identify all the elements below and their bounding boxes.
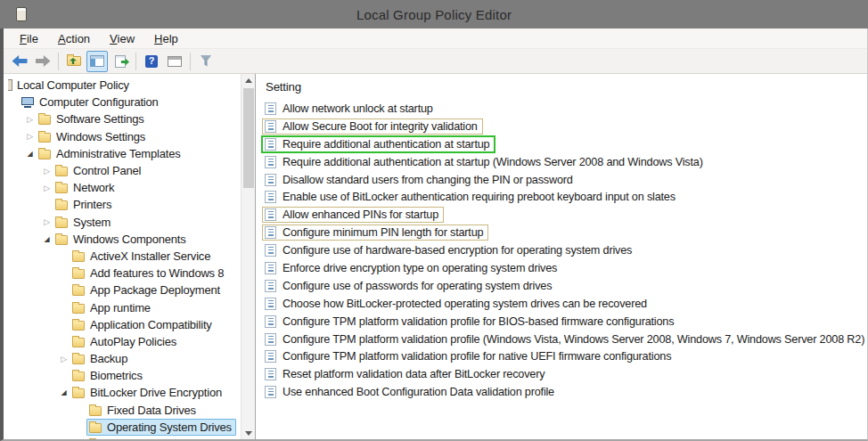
tree-item-autoplay-policies[interactable]: AutoPlay Policies bbox=[5, 333, 239, 350]
tree-item-administrative-templates[interactable]: ◢Administrative Templates bbox=[5, 145, 239, 162]
up-one-level-button[interactable] bbox=[63, 51, 85, 72]
tree-item-software-settings[interactable]: ▷Software Settings bbox=[5, 110, 239, 127]
menu-item-file[interactable]: File bbox=[10, 30, 48, 47]
show-console-tree-button[interactable] bbox=[86, 51, 108, 72]
tree-item-content[interactable]: Printers bbox=[53, 196, 116, 213]
menu-item-action[interactable]: Action bbox=[48, 30, 100, 47]
tree-item-content[interactable]: Local Computer Policy bbox=[5, 77, 134, 94]
tree-collapsed-arrow-icon[interactable]: ▷ bbox=[41, 167, 53, 176]
tree-expanded-arrow-icon[interactable]: ◢ bbox=[24, 150, 36, 158]
tree-item-label: Network bbox=[73, 181, 114, 194]
scrollbar-thumb[interactable] bbox=[243, 88, 254, 188]
tree-item-content[interactable]: BitLocker Drive Encryption bbox=[70, 384, 226, 401]
tree-item-biometrics[interactable]: Biometrics bbox=[5, 367, 239, 384]
setting-row[interactable]: Require additional authentication at sta… bbox=[256, 135, 867, 153]
tree-item-operating-system-drives[interactable]: Operating System Drives bbox=[5, 419, 239, 436]
tree-collapsed-arrow-icon[interactable]: ▷ bbox=[41, 217, 53, 226]
tree-scrollbar[interactable] bbox=[241, 74, 255, 439]
setting-row[interactable]: Enforce drive encryption type on operati… bbox=[256, 259, 867, 277]
tree-item-printers[interactable]: Printers bbox=[5, 196, 239, 213]
tree-item-label: Fixed Data Drives bbox=[107, 404, 196, 417]
setting-label: Configure TPM platform validation profil… bbox=[283, 315, 674, 328]
tree-item-computer-configuration[interactable]: Computer Configuration bbox=[5, 94, 239, 110]
tree-item-content[interactable]: Backup bbox=[70, 350, 132, 367]
setting-row[interactable]: Allow Secure Boot for integrity validati… bbox=[256, 118, 867, 135]
tree-collapsed-arrow-icon[interactable]: ▷ bbox=[24, 115, 36, 124]
tree-item-content[interactable]: Software Settings bbox=[36, 110, 149, 127]
tree-item-windows-components[interactable]: ◢Windows Components bbox=[5, 231, 239, 248]
folder-icon bbox=[89, 423, 102, 433]
export-list-button[interactable] bbox=[110, 51, 131, 72]
setting-row[interactable]: Require additional authentication at sta… bbox=[256, 153, 867, 171]
folder-icon bbox=[72, 252, 85, 262]
setting-row[interactable]: Use enhanced Boot Configuration Data val… bbox=[256, 383, 867, 401]
forward-button[interactable] bbox=[32, 51, 53, 72]
tree-item-content[interactable]: Control Panel bbox=[53, 162, 145, 179]
tree-item-content[interactable]: ActiveX Installer Service bbox=[70, 248, 215, 265]
setting-column-header[interactable]: Setting bbox=[256, 74, 867, 100]
tree-item-add-features-to-windows-8[interactable]: Add features to Windows 8 bbox=[5, 265, 239, 282]
tree-item-content[interactable]: Biometrics bbox=[70, 367, 147, 384]
setting-row[interactable]: Configure TPM platform validation profil… bbox=[256, 347, 867, 365]
tree-collapsed-arrow-icon[interactable]: ▷ bbox=[41, 184, 53, 192]
tree-item-activex-installer-service[interactable]: ActiveX Installer Service bbox=[5, 248, 239, 265]
help-button[interactable] bbox=[141, 51, 162, 72]
setting-row[interactable]: Enable use of BitLocker authentication r… bbox=[256, 188, 867, 206]
setting-row[interactable]: Disallow standard users from changing th… bbox=[256, 171, 867, 189]
setting-row[interactable]: Choose how BitLocker-protected operating… bbox=[256, 295, 867, 313]
tree-item[interactable] bbox=[5, 436, 239, 439]
tree-item-content[interactable]: Fixed Data Drives bbox=[86, 402, 201, 419]
tree-item-content[interactable]: Administrative Templates bbox=[36, 145, 184, 162]
setting-row[interactable]: Reset platform validation data after Bit… bbox=[256, 365, 867, 383]
setting-row[interactable]: Allow enhanced PINs for startup bbox=[256, 206, 867, 224]
scroll-down-button[interactable] bbox=[242, 427, 255, 439]
tree-expanded-arrow-icon[interactable]: ◢ bbox=[58, 388, 70, 396]
menu-item-view[interactable]: View bbox=[100, 30, 144, 47]
setting-content: Configure TPM platform validation profil… bbox=[263, 349, 676, 363]
tree-item-content[interactable]: Windows Settings bbox=[36, 128, 150, 145]
title-bar[interactable]: Local Group Policy Editor bbox=[0, 0, 868, 29]
back-button[interactable] bbox=[9, 51, 30, 72]
tree-item-content[interactable] bbox=[86, 437, 111, 439]
show-action-pane-button[interactable] bbox=[164, 51, 185, 72]
tree-item-content[interactable]: Windows Components bbox=[53, 231, 190, 248]
tree-expanded-arrow-icon[interactable]: ◢ bbox=[41, 235, 53, 243]
setting-row[interactable]: Configure minimum PIN length for startup bbox=[256, 224, 867, 241]
tree-item-content[interactable]: AutoPlay Policies bbox=[70, 333, 181, 350]
filter-button[interactable] bbox=[195, 51, 217, 72]
tree-item-app-runtime[interactable]: App runtime bbox=[5, 298, 239, 315]
tree-item-content[interactable]: Add features to Windows 8 bbox=[70, 265, 228, 282]
tree-item-network[interactable]: ▷Network bbox=[5, 179, 239, 196]
policy-setting-icon bbox=[265, 280, 276, 292]
tree-item-selected-content[interactable]: Operating System Drives bbox=[86, 419, 236, 436]
tree-item-application-compatibility[interactable]: Application Compatibility bbox=[5, 316, 239, 333]
tree-item-content[interactable]: Network bbox=[53, 179, 119, 196]
tree-item-content[interactable]: Computer Configuration bbox=[19, 94, 163, 110]
setting-row[interactable]: Configure use of passwords for operating… bbox=[256, 277, 867, 295]
tree-item-content[interactable]: App runtime bbox=[70, 299, 155, 316]
tree-item-windows-settings[interactable]: ▷Windows Settings bbox=[5, 128, 239, 145]
setting-row[interactable]: Configure TPM platform validation profil… bbox=[256, 331, 867, 348]
tree-item-content[interactable]: Application Compatibility bbox=[70, 316, 217, 333]
tree-item-bitlocker-drive-encryption[interactable]: ◢BitLocker Drive Encryption bbox=[5, 384, 239, 401]
setting-row[interactable]: Allow network unlock at startup bbox=[256, 100, 867, 118]
scroll-up-button[interactable] bbox=[242, 74, 255, 86]
back-icon bbox=[12, 55, 28, 67]
setting-content: Configure TPM platform validation profil… bbox=[263, 314, 678, 329]
tree-collapsed-arrow-icon[interactable]: ▷ bbox=[58, 355, 70, 363]
policy-setting-icon bbox=[265, 226, 276, 239]
setting-content: Configure use of hardware-based encrypti… bbox=[263, 243, 636, 257]
tree-item-local-computer-policy[interactable]: Local Computer Policy bbox=[5, 77, 239, 94]
tree-item-system[interactable]: ▷System bbox=[5, 214, 239, 231]
tree-item-app-package-deployment[interactable]: App Package Deployment bbox=[5, 282, 239, 298]
tree-item-fixed-data-drives[interactable]: Fixed Data Drives bbox=[5, 402, 239, 419]
tree-item-content[interactable]: App Package Deployment bbox=[70, 282, 225, 298]
tree-item-control-panel[interactable]: ▷Control Panel bbox=[5, 162, 239, 179]
setting-row[interactable]: Configure use of hardware-based encrypti… bbox=[256, 241, 867, 259]
tree-item-content[interactable]: System bbox=[53, 214, 115, 231]
tree-item-backup[interactable]: ▷Backup bbox=[5, 350, 239, 367]
main-split: Local Computer PolicyComputer Configurat… bbox=[4, 74, 867, 439]
menu-item-help[interactable]: Help bbox=[144, 30, 188, 47]
setting-row[interactable]: Configure TPM platform validation profil… bbox=[256, 313, 867, 331]
tree-collapsed-arrow-icon[interactable]: ▷ bbox=[24, 132, 36, 141]
